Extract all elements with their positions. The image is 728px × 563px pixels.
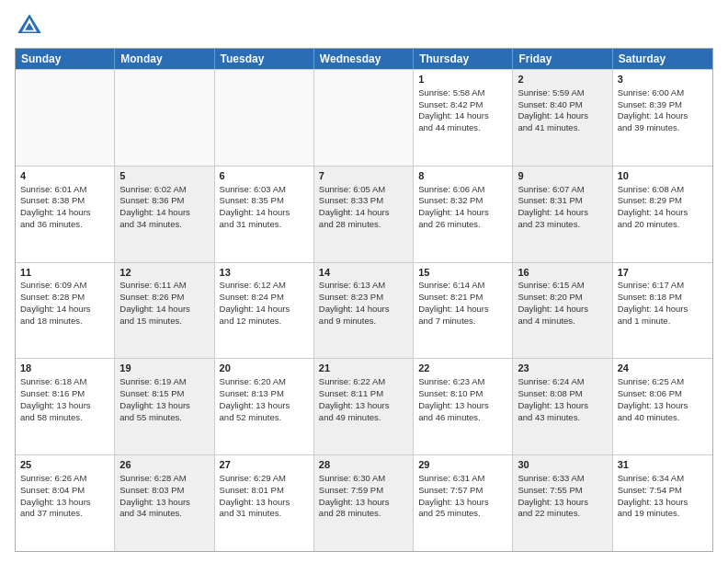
day-info-line: Sunset: 8:28 PM [20, 292, 109, 304]
day-info-line: and 43 minutes. [518, 412, 607, 424]
cal-cell-day-11: 11Sunrise: 6:09 AMSunset: 8:28 PMDayligh… [16, 263, 115, 359]
day-info-line: Sunset: 8:15 PM [119, 388, 209, 400]
day-info-line: and 19 minutes. [618, 508, 708, 520]
cal-header-friday: Friday [513, 49, 612, 69]
day-info-line: and 44 minutes. [418, 122, 507, 134]
day-info-line: Sunrise: 5:59 AM [518, 87, 607, 99]
day-info-line: Sunset: 8:26 PM [119, 292, 209, 304]
cal-header-tuesday: Tuesday [215, 49, 314, 69]
day-number: 11 [20, 266, 109, 280]
day-info-line: Sunrise: 6:33 AM [518, 473, 607, 485]
day-number: 24 [618, 362, 708, 375]
cal-cell-day-21: 21Sunrise: 6:22 AMSunset: 8:11 PMDayligh… [314, 359, 414, 454]
cal-cell-day-25: 25Sunrise: 6:26 AMSunset: 8:04 PMDayligh… [16, 455, 115, 551]
calendar-header-row: SundayMondayTuesdayWednesdayThursdayFrid… [16, 49, 712, 69]
day-info-line: Daylight: 13 hours [119, 400, 209, 412]
day-info-line: Sunset: 8:24 PM [220, 292, 309, 304]
day-info-line: Daylight: 13 hours [518, 400, 607, 412]
day-info-line: and 15 minutes. [119, 316, 209, 327]
cal-cell-day-23: 23Sunrise: 6:24 AMSunset: 8:08 PMDayligh… [513, 359, 612, 454]
cal-row-0: 1Sunrise: 5:58 AMSunset: 8:42 PMDaylight… [16, 69, 712, 166]
cal-cell-day-24: 24Sunrise: 6:25 AMSunset: 8:06 PMDayligh… [613, 359, 712, 454]
day-info-line: Sunrise: 6:14 AM [418, 280, 507, 292]
day-number: 28 [319, 458, 408, 472]
cal-header-wednesday: Wednesday [314, 49, 414, 69]
cal-cell-day-9: 9Sunrise: 6:07 AMSunset: 8:31 PMDaylight… [513, 167, 612, 262]
day-info-line: Sunrise: 6:24 AM [518, 376, 607, 388]
cal-cell-day-15: 15Sunrise: 6:14 AMSunset: 8:21 PMDayligh… [414, 263, 513, 359]
day-info-line: Sunrise: 6:31 AM [418, 473, 507, 485]
cal-header-sunday: Sunday [16, 49, 115, 69]
day-info-line: and 7 minutes. [418, 316, 507, 327]
cal-row-1: 4Sunrise: 6:01 AMSunset: 8:38 PMDaylight… [16, 166, 712, 262]
day-info-line: Sunset: 8:31 PM [518, 195, 607, 207]
day-info-line: Sunset: 8:04 PM [20, 485, 109, 497]
day-number: 31 [618, 458, 708, 472]
day-info-line: Daylight: 14 hours [119, 304, 209, 316]
day-number: 23 [518, 362, 607, 375]
cal-cell-empty [314, 70, 414, 166]
day-info-line: Sunset: 8:11 PM [319, 388, 408, 400]
day-info-line: Sunrise: 6:03 AM [220, 184, 309, 196]
day-info-line: and 31 minutes. [220, 508, 309, 520]
logo-icon [15, 11, 44, 40]
day-info-line: and 52 minutes. [220, 412, 309, 424]
day-info-line: Daylight: 14 hours [220, 304, 309, 316]
day-info-line: and 37 minutes. [20, 508, 109, 520]
day-info-line: and 26 minutes. [418, 219, 507, 231]
day-number: 7 [319, 169, 408, 183]
day-info-line: Sunset: 8:13 PM [220, 388, 309, 400]
day-info-line: Daylight: 13 hours [319, 497, 408, 509]
day-info-line: Sunset: 7:59 PM [319, 485, 408, 497]
day-info-line: and 12 minutes. [220, 316, 309, 327]
day-info-line: Daylight: 13 hours [20, 400, 109, 412]
day-info-line: and 34 minutes. [119, 508, 209, 520]
day-info-line: Daylight: 14 hours [418, 304, 507, 316]
day-number: 5 [119, 169, 209, 183]
day-info-line: Daylight: 13 hours [119, 497, 209, 509]
day-info-line: and 4 minutes. [518, 316, 607, 327]
day-info-line: and 9 minutes. [319, 316, 408, 327]
day-number: 25 [20, 458, 109, 472]
day-number: 30 [518, 458, 607, 472]
day-number: 4 [20, 169, 109, 183]
day-info-line: Sunset: 8:33 PM [319, 195, 408, 207]
cal-cell-day-30: 30Sunrise: 6:33 AMSunset: 7:55 PMDayligh… [513, 455, 612, 551]
cal-row-4: 25Sunrise: 6:26 AMSunset: 8:04 PMDayligh… [16, 454, 712, 551]
day-info-line: Sunrise: 6:23 AM [418, 376, 507, 388]
day-info-line: and 25 minutes. [418, 508, 507, 520]
cal-header-monday: Monday [115, 49, 214, 69]
day-info-line: Sunset: 8:36 PM [119, 195, 209, 207]
day-info-line: and 20 minutes. [618, 219, 708, 231]
cal-cell-day-22: 22Sunrise: 6:23 AMSunset: 8:10 PMDayligh… [414, 359, 513, 454]
cal-cell-empty [16, 70, 115, 166]
cal-cell-day-27: 27Sunrise: 6:29 AMSunset: 8:01 PMDayligh… [215, 455, 314, 551]
day-info-line: Sunrise: 6:34 AM [618, 473, 708, 485]
day-info-line: Sunrise: 6:15 AM [518, 280, 607, 292]
day-info-line: Daylight: 13 hours [618, 400, 708, 412]
cal-row-2: 11Sunrise: 6:09 AMSunset: 8:28 PMDayligh… [16, 262, 712, 359]
day-info-line: Sunrise: 6:07 AM [518, 184, 607, 196]
cal-cell-day-31: 31Sunrise: 6:34 AMSunset: 7:54 PMDayligh… [613, 455, 712, 551]
day-info-line: Sunset: 8:16 PM [20, 388, 109, 400]
day-number: 3 [618, 73, 708, 86]
day-info-line: Sunrise: 6:00 AM [618, 87, 708, 99]
cal-cell-day-20: 20Sunrise: 6:20 AMSunset: 8:13 PMDayligh… [215, 359, 314, 454]
day-number: 26 [119, 458, 209, 472]
day-info-line: Sunset: 7:57 PM [418, 485, 507, 497]
day-info-line: Sunset: 8:23 PM [319, 292, 408, 304]
day-info-line: Sunrise: 6:11 AM [119, 280, 209, 292]
day-info-line: Sunset: 8:40 PM [518, 99, 607, 111]
day-number: 8 [418, 169, 507, 183]
day-info-line: Daylight: 13 hours [20, 497, 109, 509]
day-number: 17 [618, 266, 708, 280]
day-info-line: Daylight: 14 hours [319, 207, 408, 219]
calendar-body: 1Sunrise: 5:58 AMSunset: 8:42 PMDaylight… [16, 69, 712, 551]
day-number: 9 [518, 169, 607, 183]
day-info-line: Sunrise: 6:13 AM [319, 280, 408, 292]
day-info-line: Daylight: 13 hours [518, 497, 607, 509]
day-info-line: Sunset: 7:55 PM [518, 485, 607, 497]
cal-cell-day-12: 12Sunrise: 6:11 AMSunset: 8:26 PMDayligh… [115, 263, 214, 359]
day-info-line: and 36 minutes. [20, 219, 109, 231]
day-info-line: Sunset: 8:38 PM [20, 195, 109, 207]
